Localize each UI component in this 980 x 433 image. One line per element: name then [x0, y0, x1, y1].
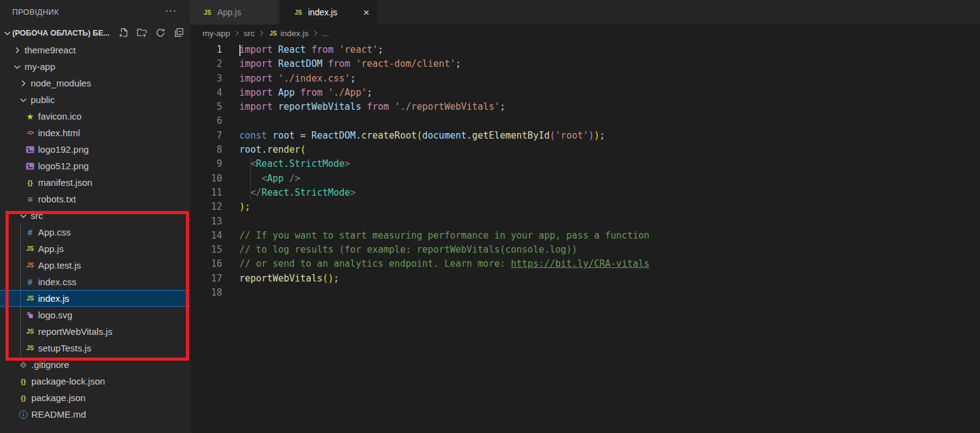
- line-number[interactable]: 8: [190, 143, 222, 157]
- json-file-icon: {}: [18, 393, 28, 403]
- tree-item-src[interactable]: src: [0, 207, 190, 224]
- breadcrumb-item-index-js[interactable]: index.js: [280, 29, 309, 38]
- tree-indent-guide: [20, 224, 21, 356]
- line-number[interactable]: 10: [190, 172, 222, 186]
- line-number[interactable]: 16: [190, 257, 222, 271]
- tree-item-logo512-png[interactable]: logo512.png: [0, 158, 190, 174]
- tree-item-label: App.css: [38, 227, 71, 237]
- breadcrumb: my-appsrcJSindex.js...: [190, 25, 980, 42]
- code-line[interactable]: 12);: [190, 200, 980, 214]
- code-line[interactable]: 14// If you want to start measuring perf…: [190, 229, 980, 243]
- collapse-all-icon[interactable]: [174, 28, 184, 38]
- tree-item-label: README.md: [31, 409, 86, 420]
- code-line[interactable]: 16// or send to an analytics endpoint. L…: [190, 257, 980, 271]
- line-number[interactable]: 17: [190, 272, 222, 286]
- line-number[interactable]: 14: [190, 229, 222, 243]
- more-actions-icon[interactable]: ···: [165, 0, 177, 22]
- code-line[interactable]: 10 <App />: [190, 172, 980, 186]
- tree-item-robots-txt[interactable]: ≡robots.txt: [0, 191, 190, 207]
- code-line[interactable]: 4import App from './App';: [190, 86, 980, 100]
- js-file-icon: JS: [268, 28, 278, 38]
- editor-area: JSApp.jsJSindex.js× my-appsrcJSindex.js.…: [190, 0, 980, 433]
- tree-item-my-app[interactable]: my-app: [0, 58, 190, 75]
- code-text: [222, 114, 239, 128]
- tree-item-label: reportWebVitals.js: [38, 326, 112, 337]
- file-tree: theme9reactmy-appnode_modulespublic★favi…: [0, 42, 190, 423]
- line-number[interactable]: 1: [190, 43, 222, 57]
- code-line[interactable]: 8root.render(: [190, 143, 980, 157]
- code-text: // to log results (for example: reportWe…: [222, 243, 577, 257]
- explorer-sidebar: ПРОВІДНИК ··· (РОБОЧА ОБЛАСТЬ) БЕ...: [0, 0, 190, 433]
- line-number[interactable]: 6: [190, 114, 222, 128]
- js-file-icon: JS: [203, 7, 212, 17]
- workspace-section-header[interactable]: (РОБОЧА ОБЛАСТЬ) БЕ...: [0, 25, 190, 42]
- close-icon[interactable]: ×: [363, 7, 369, 18]
- code-line[interactable]: 1import React from 'react';: [190, 43, 980, 57]
- line-number[interactable]: 5: [190, 100, 222, 114]
- code-line[interactable]: 6: [190, 114, 980, 128]
- line-number[interactable]: 18: [190, 286, 222, 300]
- line-number[interactable]: 4: [190, 86, 222, 100]
- tree-item-reportwebvitals-js[interactable]: JSreportWebVitals.js: [0, 323, 190, 340]
- tab-bar: JSApp.jsJSindex.js×: [190, 0, 980, 25]
- explorer-title: ПРОВІДНИК: [12, 0, 59, 25]
- breadcrumb-item-src[interactable]: src: [244, 29, 255, 38]
- tree-item-label: App.js: [38, 243, 64, 254]
- tree-item-logo-svg[interactable]: logo.svg: [0, 307, 190, 323]
- code-line[interactable]: 3import './index.css';: [190, 72, 980, 86]
- tree-item-index-css[interactable]: #index.css: [0, 274, 190, 290]
- tree-item-logo192-png[interactable]: logo192.png: [0, 141, 190, 158]
- tree-item-index-html[interactable]: <>index.html: [0, 125, 190, 141]
- code-line[interactable]: 2import ReactDOM from 'react-dom/client'…: [190, 57, 980, 71]
- line-number[interactable]: 3: [190, 72, 222, 86]
- tree-item-label: manifest.json: [38, 177, 92, 188]
- tree-item-manifest-json[interactable]: {}manifest.json: [0, 174, 190, 191]
- tree-item-index-js[interactable]: JSindex.js: [0, 290, 190, 307]
- line-number[interactable]: 11: [190, 186, 222, 200]
- code-line[interactable]: 9 <React.StrictMode>: [190, 157, 980, 171]
- refresh-icon[interactable]: [155, 28, 166, 38]
- tree-item-package-lock-json[interactable]: {}package-lock.json: [0, 373, 190, 389]
- line-number[interactable]: 13: [190, 215, 222, 229]
- tree-item-app-test-js[interactable]: JSApp.test.js: [0, 257, 190, 274]
- breadcrumb-item-my-app[interactable]: my-app: [203, 29, 230, 38]
- chevron-right-icon: [12, 45, 22, 55]
- code-line[interactable]: 5import reportWebVitals from './reportWe…: [190, 100, 980, 114]
- tab-index-js[interactable]: JSindex.js×: [280, 0, 377, 25]
- new-file-icon[interactable]: [118, 28, 129, 38]
- tree-item-public[interactable]: public: [0, 91, 190, 108]
- js-file-icon: JS: [25, 327, 35, 337]
- code-line[interactable]: 18: [190, 286, 980, 300]
- code-text: <React.StrictMode>: [222, 157, 350, 171]
- tree-item-favicon-ico[interactable]: ★favicon.ico: [0, 108, 190, 125]
- breadcrumb-item-[interactable]: ...: [322, 29, 329, 38]
- line-number[interactable]: 9: [190, 157, 222, 171]
- code-line[interactable]: 13: [190, 215, 980, 229]
- tree-item-label: logo.svg: [38, 310, 72, 320]
- code-lines: 1import React from 'react';2import React…: [190, 43, 980, 300]
- code-line[interactable]: 7const root = ReactDOM.createRoot(docume…: [190, 129, 980, 143]
- code-line[interactable]: 11 </React.StrictMode>: [190, 186, 980, 200]
- tree-item-label: index.html: [38, 128, 80, 138]
- tree-item-package-json[interactable]: {}package.json: [0, 389, 190, 406]
- line-number[interactable]: 2: [190, 57, 222, 71]
- code-line[interactable]: 15// to log results (for example: report…: [190, 243, 980, 257]
- tree-item-readme-md[interactable]: iREADME.md: [0, 406, 190, 423]
- tree-item-setuptests-js[interactable]: JSsetupTests.js: [0, 340, 190, 356]
- new-folder-icon[interactable]: [137, 28, 147, 38]
- tree-item-node-modules[interactable]: node_modules: [0, 75, 190, 91]
- tree-item-app-css[interactable]: #App.css: [0, 224, 190, 240]
- line-number[interactable]: 7: [190, 129, 222, 143]
- line-number[interactable]: 12: [190, 200, 222, 214]
- code-line[interactable]: 17reportWebVitals();: [190, 272, 980, 286]
- vscode-window: ПРОВІДНИК ··· (РОБОЧА ОБЛАСТЬ) БЕ...: [0, 0, 980, 433]
- info-readme-icon: i: [18, 410, 28, 420]
- line-number[interactable]: 15: [190, 243, 222, 257]
- svg-file-icon: [25, 310, 35, 320]
- tree-item-gitignore[interactable]: .gitignore: [0, 356, 190, 373]
- tab-app-js[interactable]: JSApp.js: [190, 0, 277, 25]
- tree-item-app-js[interactable]: JSApp.js: [0, 240, 190, 257]
- tree-item-theme9react[interactable]: theme9react: [0, 42, 190, 58]
- code-editor[interactable]: 1import React from 'react';2import React…: [190, 42, 980, 433]
- json-file-icon: {}: [18, 377, 28, 386]
